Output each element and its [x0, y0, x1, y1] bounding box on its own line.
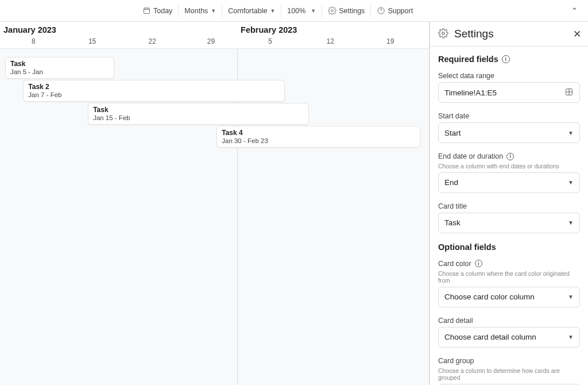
task-range: Jan 30 - Feb 23 [222, 137, 415, 144]
zoom-dropdown[interactable]: ▼ [308, 3, 322, 18]
timeline-body[interactable]: TaskJan 5 - JanTask 2Jan 7 - FebTaskJan … [0, 49, 429, 385]
settings-panel: Settings ✕ Required fields i Select data… [430, 22, 588, 385]
task-title: Task 4 [222, 129, 415, 137]
start-date-value: Start [444, 129, 461, 137]
caret-down-icon: ▼ [568, 294, 574, 300]
card-detail-select[interactable]: Choose card detail column ▼ [438, 327, 580, 348]
info-icon[interactable]: i [502, 55, 510, 63]
card-title-label: Card title [438, 202, 580, 210]
toolbar: Today Months ▼ Comfortable ▼ 100% ▼ Sett… [0, 0, 588, 22]
card-title-value: Task [444, 218, 461, 227]
end-date-label: End date or duration i [438, 152, 580, 160]
svg-point-4 [442, 32, 445, 34]
caret-down-icon: ▼ [568, 179, 574, 186]
card-title-select[interactable]: Task ▼ [438, 213, 580, 233]
task-title: Task [93, 106, 304, 114]
collapse-panel-button[interactable]: ⌃ [566, 6, 583, 15]
end-date-value: End [444, 178, 458, 187]
day-tick: 22 [148, 37, 156, 45]
toolbar-settings-label: Settings [339, 7, 365, 15]
calendar-icon [142, 6, 151, 15]
task-range: Jan 7 - Feb [28, 91, 280, 98]
day-tick: 5 [268, 37, 272, 45]
day-tick: 12 [327, 37, 334, 45]
caret-down-icon: ▼ [270, 8, 275, 14]
day-tick: 29 [207, 37, 215, 45]
caret-down-icon: ▼ [568, 130, 574, 136]
card-color-label: Card color i [438, 260, 580, 268]
day-tick: 8 [32, 37, 36, 45]
data-range-label: Select data range [438, 72, 580, 80]
month-label: January 2023 [0, 24, 237, 34]
card-group-label: Card group [438, 357, 580, 365]
info-icon[interactable]: i [475, 260, 482, 267]
month-header: January 2023 February 2023 [0, 22, 429, 36]
task-title: Task [10, 60, 109, 68]
required-fields-heading: Required fields i [438, 55, 580, 64]
card-color-value: Choose card color column [444, 292, 535, 301]
card-detail-value: Choose card detail column [444, 333, 536, 341]
toolbar-support-label: Support [388, 7, 413, 15]
task-range: Jan 15 - Feb [93, 114, 304, 121]
caret-down-icon: ▼ [568, 334, 574, 340]
today-button[interactable]: Today [137, 3, 179, 18]
day-tick: 19 [386, 37, 394, 45]
day-ticks-row: 815222951219 [0, 36, 429, 49]
task-card[interactable]: Task 4Jan 30 - Feb 23 [216, 126, 420, 148]
density-label: Comfortable [228, 7, 267, 15]
close-icon[interactable]: ✕ [573, 28, 581, 40]
card-color-select[interactable]: Choose card color column ▼ [438, 287, 580, 307]
month-label: February 2023 [237, 24, 429, 34]
gear-icon [328, 6, 336, 15]
task-range: Jan 5 - Jan [10, 68, 109, 75]
caret-down-icon: ▼ [568, 220, 574, 226]
gear-icon [438, 28, 448, 40]
settings-button[interactable]: Settings [322, 3, 371, 18]
day-tick: 15 [88, 37, 96, 45]
task-card[interactable]: Task 2Jan 7 - Feb [23, 80, 285, 102]
optional-fields-heading: Optional fields [438, 242, 580, 252]
task-card[interactable]: TaskJan 15 - Feb [88, 103, 309, 125]
caret-down-icon: ▼ [311, 8, 316, 14]
zoom-label: 100% [287, 7, 305, 15]
data-range-value: Timeline!A1:E5 [444, 88, 497, 97]
svg-point-3 [381, 12, 381, 13]
end-date-hint: Choose a column with end dates or durati… [438, 163, 580, 170]
zoom-level[interactable]: 100% [281, 3, 308, 18]
svg-rect-0 [144, 8, 150, 13]
end-date-select[interactable]: End ▼ [438, 172, 580, 193]
help-icon [377, 6, 385, 15]
card-color-hint: Choose a column where the card color ori… [438, 270, 580, 284]
info-icon[interactable]: i [506, 153, 514, 160]
card-detail-label: Card detail [438, 317, 580, 325]
task-card[interactable]: TaskJan 5 - Jan [5, 57, 114, 79]
view-mode-select[interactable]: Months ▼ [179, 3, 222, 18]
start-date-select[interactable]: Start ▼ [438, 122, 580, 143]
grid-icon [564, 87, 574, 98]
support-button[interactable]: Support [371, 3, 419, 18]
chevron-up-icon: ⌃ [571, 6, 578, 15]
view-mode-label: Months [184, 7, 208, 15]
today-label: Today [153, 7, 172, 15]
task-title: Task 2 [28, 83, 280, 91]
svg-point-1 [331, 10, 334, 12]
card-group-hint: Choose a column to determine how cards a… [438, 367, 580, 382]
caret-down-icon: ▼ [211, 8, 216, 14]
data-range-input[interactable]: Timeline!A1:E5 [438, 82, 580, 103]
timeline: January 2023 February 2023 815222951219 … [0, 22, 430, 385]
settings-header: Settings ✕ [430, 22, 588, 47]
settings-title: Settings [454, 28, 494, 40]
density-select[interactable]: Comfortable ▼ [222, 3, 281, 18]
start-date-label: Start date [438, 112, 580, 120]
